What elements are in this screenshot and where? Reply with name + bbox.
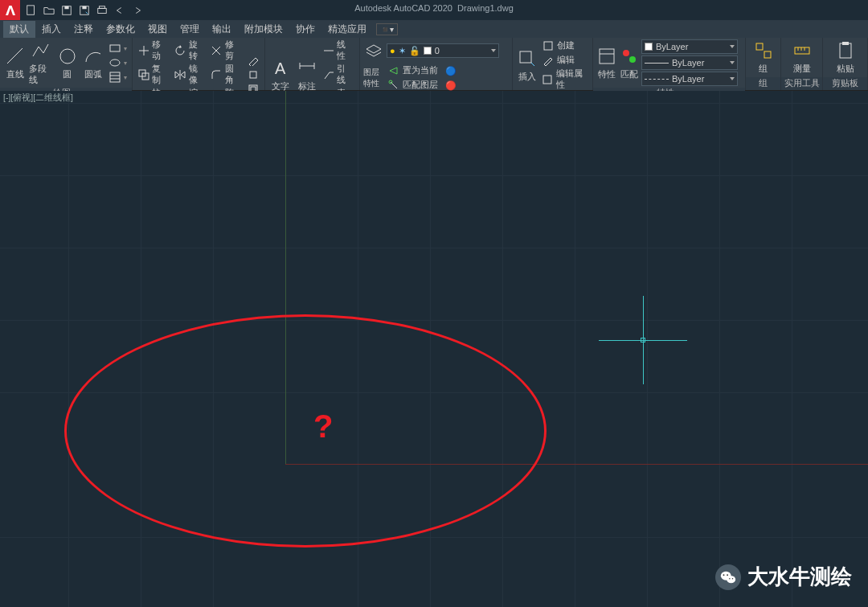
svg-rect-9 bbox=[110, 45, 120, 51]
svg-rect-43 bbox=[764, 51, 771, 58]
svg-rect-48 bbox=[840, 43, 851, 58]
svg-line-7 bbox=[7, 48, 23, 64]
tab-collab[interactable]: 协作 bbox=[289, 21, 321, 38]
explode-icon[interactable] bbox=[245, 68, 261, 81]
erase-icon[interactable] bbox=[245, 54, 261, 67]
linetype-dropdown[interactable]: ByLayer bbox=[641, 72, 738, 86]
lock-icon: 🔓 bbox=[409, 46, 420, 56]
layer-dropdown[interactable]: ● ✶ 🔓 0 bbox=[387, 43, 499, 58]
watermark-text: 大水牛测绘 bbox=[747, 563, 852, 591]
app-icon[interactable] bbox=[0, 0, 20, 20]
layer-iso-icon[interactable]: 🔵 bbox=[443, 64, 459, 77]
svg-rect-11 bbox=[110, 72, 120, 82]
color-dropdown[interactable]: ByLayer bbox=[641, 39, 738, 54]
panel-block: 插入 创建 编辑 编辑属性 块 ▼ bbox=[513, 38, 593, 90]
paste-button[interactable]: 粘贴 bbox=[833, 39, 858, 75]
lt-value: ByLayer bbox=[672, 74, 704, 84]
saveas-icon[interactable] bbox=[78, 4, 91, 17]
layer-name: 0 bbox=[435, 46, 440, 55]
svg-rect-23 bbox=[250, 72, 256, 78]
svg-point-55 bbox=[732, 578, 733, 579]
match-props-button[interactable]: 匹配 bbox=[619, 45, 640, 80]
layer-color-swatch bbox=[424, 47, 432, 55]
edit-block-button[interactable]: 编辑 bbox=[540, 54, 589, 67]
color-value: ByLayer bbox=[656, 42, 688, 51]
new-icon[interactable] bbox=[25, 4, 38, 17]
tab-annotate[interactable]: 注释 bbox=[68, 21, 100, 38]
properties-button[interactable]: 特性 bbox=[596, 45, 617, 80]
mirror-button[interactable]: 镜像 bbox=[172, 64, 207, 86]
rect-icon[interactable]: ▾ bbox=[107, 42, 129, 55]
svg-point-8 bbox=[60, 49, 75, 64]
app-name: Autodesk AutoCAD 2020 bbox=[354, 3, 452, 13]
group-button[interactable]: 组 bbox=[751, 39, 776, 75]
tab-overflow[interactable]: ◾▾ bbox=[376, 23, 398, 35]
panel-clipboard: 粘贴 剪贴板 bbox=[823, 38, 868, 90]
copy-button[interactable]: 复制 bbox=[136, 64, 170, 86]
ellipse-icon[interactable]: ▾ bbox=[107, 56, 129, 69]
bulb-icon: ● bbox=[390, 46, 395, 55]
svg-rect-44 bbox=[795, 47, 809, 54]
svg-text:A: A bbox=[275, 59, 286, 77]
lineweight-dropdown[interactable]: ByLayer bbox=[641, 55, 738, 70]
svg-rect-4 bbox=[82, 6, 86, 9]
svg-point-10 bbox=[110, 59, 120, 66]
linear-button[interactable]: 线性 bbox=[321, 39, 356, 62]
make-current-button[interactable]: 置为当前 bbox=[386, 64, 440, 77]
undo-icon[interactable] bbox=[113, 4, 126, 17]
hatch-icon[interactable]: ▾ bbox=[107, 71, 129, 84]
match-layer-button[interactable]: 匹配图层 bbox=[386, 79, 440, 92]
svg-rect-0 bbox=[27, 5, 35, 14]
wechat-icon bbox=[715, 564, 741, 590]
svg-rect-35 bbox=[520, 51, 531, 63]
edit-attr-button[interactable]: 编辑属性 bbox=[540, 68, 589, 91]
svg-point-52 bbox=[723, 574, 725, 576]
redo-icon[interactable] bbox=[131, 4, 144, 17]
layer-props-button[interactable] bbox=[363, 39, 384, 62]
panel-annotation: A文字 标注 线性 引线 表格 注释 ▼ bbox=[265, 38, 360, 90]
svg-rect-6 bbox=[100, 6, 105, 8]
rotate-button[interactable]: 旋转 bbox=[172, 39, 207, 62]
plot-icon[interactable] bbox=[96, 4, 108, 17]
text-button[interactable]: A文字 bbox=[268, 57, 293, 92]
line-button[interactable]: 直线 bbox=[3, 45, 27, 80]
viewport-label[interactable]: [-][俯视][二维线框] bbox=[3, 92, 73, 104]
tab-parametric[interactable]: 参数化 bbox=[100, 21, 141, 38]
svg-point-51 bbox=[727, 576, 735, 583]
quick-access-toolbar bbox=[20, 4, 149, 17]
svg-rect-36 bbox=[544, 42, 552, 50]
measure-button[interactable]: 测量 bbox=[789, 39, 814, 75]
layer-off-icon[interactable]: 🔴 bbox=[443, 79, 459, 92]
tab-output[interactable]: 输出 bbox=[206, 21, 238, 38]
arc-button[interactable]: 圆弧 bbox=[81, 45, 105, 80]
layer-props-big[interactable]: 图层特性 bbox=[363, 64, 384, 92]
dimension-button[interactable]: 标注 bbox=[294, 57, 318, 92]
panel-utilities: 测量 实用工具 bbox=[781, 38, 823, 90]
tab-view[interactable]: 视图 bbox=[141, 21, 174, 38]
tab-addins[interactable]: 附加模块 bbox=[238, 21, 289, 38]
tab-manage[interactable]: 管理 bbox=[174, 21, 206, 38]
trim-button[interactable]: 修剪 bbox=[209, 39, 244, 62]
create-block-button[interactable]: 创建 bbox=[540, 39, 589, 52]
ribbon-tabs: 默认 插入 注释 参数化 视图 管理 输出 附加模块 协作 精选应用 ◾▾ bbox=[0, 20, 868, 38]
insert-block-button[interactable]: 插入 bbox=[516, 47, 538, 83]
lw-value: ByLayer bbox=[672, 58, 704, 68]
drawing-area[interactable]: [-][俯视][二维线框] ? 大水牛测绘 bbox=[0, 91, 868, 607]
svg-rect-37 bbox=[543, 76, 551, 84]
svg-point-54 bbox=[729, 578, 730, 579]
svg-rect-5 bbox=[98, 8, 107, 13]
annotation-ellipse bbox=[64, 314, 547, 548]
save-icon[interactable] bbox=[60, 4, 73, 17]
move-button[interactable]: 移动 bbox=[136, 39, 170, 62]
polyline-button[interactable]: 多段线 bbox=[29, 39, 53, 86]
panel-properties: 特性 匹配 ByLayer ByLayer ByLayer 特性 ▼ bbox=[593, 38, 746, 90]
panel-group: 组 组 bbox=[746, 38, 781, 90]
tab-featured[interactable]: 精选应用 bbox=[321, 21, 373, 38]
svg-rect-38 bbox=[600, 49, 614, 64]
circle-button[interactable]: 圆 bbox=[55, 45, 80, 80]
tab-default[interactable]: 默认 bbox=[3, 21, 35, 38]
open-icon[interactable] bbox=[43, 4, 55, 17]
fillet-button[interactable]: 圆角 bbox=[209, 64, 244, 86]
tab-insert[interactable]: 插入 bbox=[35, 21, 68, 38]
leader-button[interactable]: 引线 bbox=[321, 64, 356, 86]
